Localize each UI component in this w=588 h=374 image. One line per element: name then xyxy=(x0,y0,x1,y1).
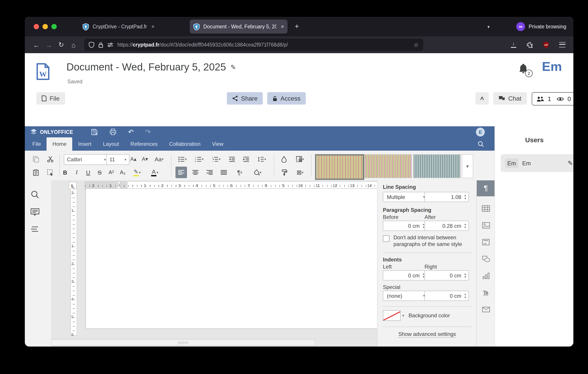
notifications-bell[interactable]: 2 xyxy=(518,63,529,75)
tab-close-icon[interactable]: × xyxy=(151,23,154,30)
highlight-color-button[interactable]: ✎▾ xyxy=(129,167,145,178)
cut-button[interactable] xyxy=(44,153,56,165)
user-avatar-initials[interactable]: Em xyxy=(542,59,562,74)
align-right-button[interactable] xyxy=(204,167,215,178)
align-left-button[interactable] xyxy=(176,167,187,178)
menu-view[interactable]: View xyxy=(206,137,229,151)
url-text[interactable]: https://cryptpad.fr/doc/#/3/doc/edit/ff0… xyxy=(117,42,288,47)
copy-style-button[interactable] xyxy=(278,167,290,178)
font-color-button[interactable]: A▾ xyxy=(147,167,162,178)
tab-document-active[interactable]: Document - Wed, February 5, 20 × xyxy=(190,20,288,34)
justify-button[interactable] xyxy=(218,167,230,178)
select-all-button[interactable] xyxy=(44,167,56,178)
menu-references[interactable]: References xyxy=(125,137,164,151)
lock-icon[interactable] xyxy=(98,42,103,48)
interval-checkbox[interactable] xyxy=(383,235,389,242)
shape-settings-tab[interactable] xyxy=(480,253,492,265)
numbered-list-button[interactable]: 123▾ xyxy=(192,153,207,165)
home-icon[interactable]: ⌂ xyxy=(67,41,80,49)
collapse-toolbar-button[interactable]: ˄ xyxy=(475,92,489,104)
header-footer-settings-tab[interactable] xyxy=(480,236,492,248)
hanging-indent-marker[interactable] xyxy=(116,185,121,188)
extensions-puzzle-icon[interactable] xyxy=(526,42,533,48)
bullet-list-button[interactable]: ▾ xyxy=(176,153,190,165)
comments-icon[interactable] xyxy=(31,208,40,217)
style-swatch-no-spacing[interactable] xyxy=(364,154,412,178)
edit-user-pencil-icon[interactable]: ✎ xyxy=(568,159,573,167)
bookmark-star-icon[interactable]: ☆ xyxy=(414,42,419,48)
spacing-before-spinner[interactable]: 0 cm▲▼ xyxy=(383,221,427,231)
menu-collaboration[interactable]: Collaboration xyxy=(164,137,206,151)
new-tab-button[interactable]: + xyxy=(295,22,299,31)
font-name-select[interactable]: Calibri▾ xyxy=(64,154,109,165)
subscript-button[interactable]: A₂ xyxy=(117,167,128,178)
increase-indent-button[interactable] xyxy=(240,153,252,165)
italic-button[interactable]: I xyxy=(71,167,83,178)
superscript-button[interactable]: A² xyxy=(105,167,117,178)
first-line-indent-marker[interactable] xyxy=(116,182,121,185)
indent-right-spinner[interactable]: 0 cm▲▼ xyxy=(424,270,469,280)
undo-icon[interactable]: ↶ xyxy=(128,128,134,136)
save-icon[interactable] xyxy=(91,128,98,135)
chart-settings-tab[interactable] xyxy=(480,270,492,282)
downloads-icon[interactable]: ↓ xyxy=(510,42,517,48)
special-amount-spinner[interactable]: 0 cm▲▼ xyxy=(424,291,469,301)
background-color-caret-icon[interactable]: ▾ xyxy=(402,313,404,318)
decrease-font-button[interactable]: A▾ xyxy=(139,153,151,165)
tracking-shield-icon[interactable] xyxy=(89,42,94,48)
forward-icon[interactable]: → xyxy=(42,41,55,49)
ublock-origin-icon[interactable]: uO xyxy=(543,41,549,48)
print-icon[interactable] xyxy=(109,128,116,135)
multilevel-list-button[interactable]: 1i▾ xyxy=(209,153,223,165)
editor-user-avatar[interactable]: E xyxy=(476,128,485,136)
indent-left-spinner[interactable]: 0 cm▲▼ xyxy=(383,270,427,280)
access-button[interactable]: Access xyxy=(267,92,306,104)
reload-icon[interactable]: ↻ xyxy=(55,41,67,49)
hamburger-menu-icon[interactable] xyxy=(559,42,565,47)
shading-button[interactable]: ▾ xyxy=(250,167,265,178)
paragraph-settings-tab[interactable]: ¶ xyxy=(477,180,495,196)
menu-file[interactable]: File xyxy=(27,137,47,151)
navigation-outline-icon[interactable] xyxy=(31,225,40,234)
show-advanced-settings-link[interactable]: Show advanced settings xyxy=(398,331,456,338)
special-select[interactable]: (none)▾ xyxy=(383,291,427,301)
style-swatch-normal[interactable] xyxy=(315,154,364,180)
document-page[interactable] xyxy=(85,188,394,329)
rename-pencil-icon[interactable]: ✎ xyxy=(231,63,236,71)
table-settings-tab[interactable] xyxy=(480,203,492,215)
style-swatch-heading[interactable] xyxy=(413,154,460,178)
mail-merge-settings-tab[interactable] xyxy=(480,303,492,315)
presence-indicator[interactable]: 1 0 xyxy=(532,92,573,105)
paragraph-color-button[interactable]: ▾ xyxy=(293,153,307,165)
redo-icon[interactable]: ↷ xyxy=(145,128,151,136)
underline-button[interactable]: U xyxy=(83,167,94,178)
back-icon[interactable]: ← xyxy=(30,41,42,49)
user-list-item[interactable]: Em Em ✎ xyxy=(501,154,573,172)
change-case-button[interactable]: Aa▾ xyxy=(152,153,167,165)
copy-button[interactable] xyxy=(30,153,42,165)
increase-font-button[interactable]: A▴ xyxy=(128,153,139,165)
tab-list-caret-icon[interactable]: ▾ xyxy=(487,24,490,29)
editor-search-icon[interactable] xyxy=(478,141,484,147)
paste-button[interactable] xyxy=(30,167,42,178)
clear-style-button[interactable] xyxy=(278,153,290,165)
minimize-window-button[interactable] xyxy=(42,24,48,29)
permissions-icon[interactable] xyxy=(107,42,114,47)
line-spacing-amount-spinner[interactable]: 1.08▲▼ xyxy=(424,192,469,202)
nonprinting-characters-button[interactable]: ¶▾ xyxy=(232,167,247,178)
decrease-indent-button[interactable] xyxy=(226,153,238,165)
strikethrough-button[interactable]: S xyxy=(94,167,105,178)
background-color-swatch[interactable] xyxy=(383,310,400,321)
line-spacing-select[interactable]: Multiple▾ xyxy=(383,192,427,202)
menu-layout[interactable]: Layout xyxy=(97,137,125,151)
tab-close-icon[interactable]: × xyxy=(281,23,284,30)
scrollbar-thumb[interactable] xyxy=(51,339,315,346)
vertical-ruler[interactable]: 21123456 xyxy=(71,188,77,335)
spacing-after-spinner[interactable]: 0.28 cm▲▼ xyxy=(424,221,469,231)
bold-button[interactable]: B xyxy=(59,167,71,178)
zoom-window-button[interactable] xyxy=(51,24,57,29)
chat-button[interactable]: Chat xyxy=(493,92,527,104)
file-menu-button[interactable]: File xyxy=(36,92,65,104)
image-settings-tab[interactable] xyxy=(480,219,492,231)
mail-merge-button[interactable]: ⊠▾ xyxy=(293,167,307,178)
